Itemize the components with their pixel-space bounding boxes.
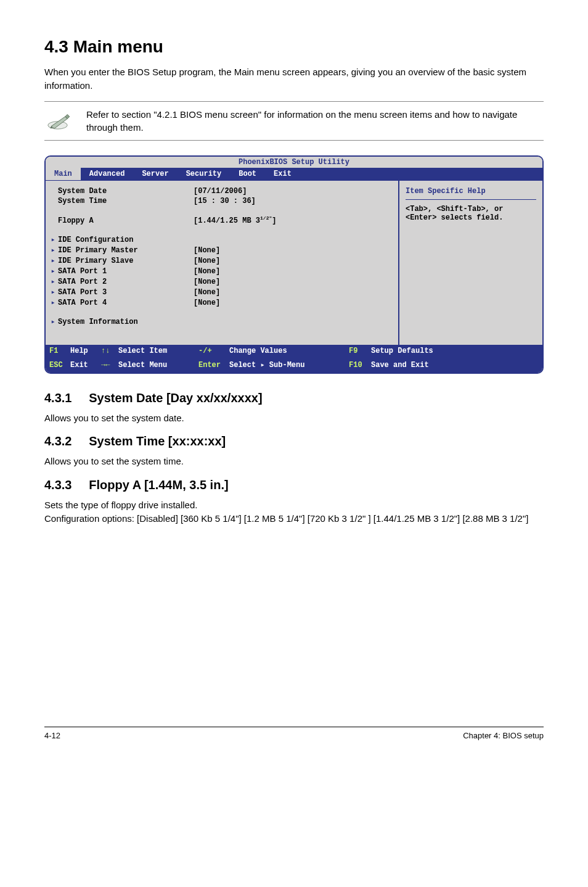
bios-tab-advanced: Advanced (81, 168, 134, 180)
section-body: Allows you to set the system time. (44, 455, 544, 468)
bios-tab-main: Main (46, 168, 81, 180)
label-floppy-a: Floppy A (58, 217, 194, 225)
value-ide-primary-master: [None] (194, 246, 392, 255)
section-heading: 4.3.2 System Time [xx:xx:xx] (44, 434, 544, 448)
bios-screenshot: PhoenixBIOS Setup Utility Main Advanced … (44, 155, 544, 374)
help-title: Item Specific Help (406, 187, 536, 200)
item-ide-primary-slave: IDE Primary Slave (58, 257, 194, 265)
bios-tab-server: Server (133, 168, 177, 180)
submenu-arrow-icon: ▸ (48, 235, 58, 244)
submenu-arrow-icon: ▸ (48, 266, 58, 276)
submenu-arrow-icon: ▸ (48, 298, 58, 307)
submenu-arrow-icon: ▸ (48, 317, 58, 326)
value-sata-port-4: [None] (194, 299, 392, 307)
page-heading: 4.3 Main menu (44, 37, 544, 57)
label-system-time: System Time (58, 197, 194, 205)
item-sata-port-3: SATA Port 3 (58, 288, 194, 297)
bios-help-pane: Item Specific Help <Tab>, <Shift-Tab>, o… (399, 181, 542, 345)
section-4-3-1: 4.3.1 System Date [Day xx/xx/xxxx] Allow… (44, 391, 544, 425)
value-sata-port-2: [None] (194, 278, 392, 286)
chapter-label: Chapter 4: BIOS setup (463, 731, 544, 740)
value-system-time: [15 : 30 : 36] (194, 197, 392, 205)
bios-title: PhoenixBIOS Setup Utility (46, 157, 542, 168)
item-sata-port-1: SATA Port 1 (58, 267, 194, 276)
submenu-arrow-icon: ▸ (48, 256, 58, 265)
label-system-date: System Date (58, 187, 194, 196)
note-text: Refer to section "4.2.1 BIOS menu screen… (86, 108, 541, 134)
item-sata-port-4: SATA Port 4 (58, 299, 194, 307)
intro-paragraph: When you enter the BIOS Setup program, t… (44, 65, 544, 93)
item-ide-primary-master: IDE Primary Master (58, 246, 194, 255)
note-block: Refer to section "4.2.1 BIOS menu screen… (44, 101, 544, 141)
submenu-arrow-icon: ▸ (48, 245, 58, 255)
value-sata-port-3: [None] (194, 288, 392, 297)
item-ide-configuration: IDE Configuration (58, 236, 194, 244)
item-sata-port-2: SATA Port 2 (58, 278, 194, 286)
bios-footer-row-1: F1Help↑↓Select Item-/+Change ValuesF9Set… (46, 345, 542, 358)
bios-main-pane: System Date [07/11/2006] System Time [15… (46, 181, 399, 345)
section-4-3-3: 4.3.3 Floppy A [1.44M, 3.5 in.] Sets the… (44, 478, 544, 526)
section-4-3-2: 4.3.2 System Time [xx:xx:xx] Allows you … (44, 434, 544, 468)
page-number: 4-12 (44, 731, 60, 740)
submenu-arrow-icon: ▸ (48, 287, 58, 297)
section-body: Sets the type of floppy drive installed.… (44, 498, 544, 526)
item-system-information: System Information (58, 318, 194, 326)
bios-tab-boot: Boot (230, 168, 265, 180)
bios-footer-row-2: ESCExit→←Select MenuEnterSelect ▸ Sub-Me… (46, 358, 542, 373)
bios-tab-exit: Exit (265, 168, 300, 180)
bios-tab-row: Main Advanced Server Security Boot Exit (46, 168, 542, 180)
page-footer: 4-12 Chapter 4: BIOS setup (44, 727, 544, 740)
value-ide-primary-slave: [None] (194, 257, 392, 265)
value-sata-port-1: [None] (194, 267, 392, 276)
help-body: <Tab>, <Shift-Tab>, or <Enter> selects f… (406, 205, 536, 222)
section-heading: 4.3.1 System Date [Day xx/xx/xxxx] (44, 391, 544, 405)
submenu-arrow-icon: ▸ (48, 277, 58, 286)
section-body: Allows you to set the system date. (44, 411, 544, 425)
pencil-icon (47, 112, 73, 130)
section-heading: 4.3.3 Floppy A [1.44M, 3.5 in.] (44, 478, 544, 492)
value-system-date: [07/11/2006] (194, 187, 392, 196)
bios-tab-security: Security (178, 168, 231, 180)
value-floppy-a: [1.44/1.25 MB 31/2"] (194, 215, 392, 225)
